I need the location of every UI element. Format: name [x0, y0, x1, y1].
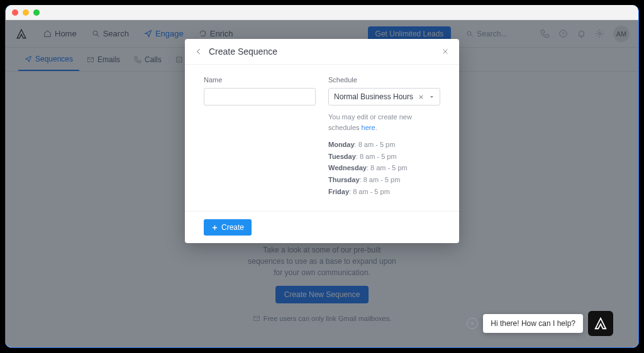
schedule-value: Normal Business Hours — [334, 92, 413, 101]
schedule-day-row: Monday: 8 am - 5 pm — [328, 139, 440, 151]
create-button-label: Create — [221, 223, 244, 232]
schedule-day-row: Tuesday: 8 am - 5 pm — [328, 151, 440, 163]
chat-widget: Hi there! How can I help? — [467, 311, 613, 336]
create-button[interactable]: Create — [204, 219, 252, 236]
schedule-days: Monday: 8 am - 5 pm Tuesday: 8 am - 5 pm… — [328, 139, 440, 197]
close-icon[interactable] — [441, 48, 449, 55]
chat-bubble[interactable]: Hi there! How can I help? — [483, 314, 583, 333]
schedule-column: Schedule Normal Business Hours You may e… — [328, 76, 440, 197]
day-name: Friday — [328, 188, 349, 195]
plus-icon — [211, 224, 218, 231]
name-input[interactable] — [204, 88, 316, 106]
clear-icon[interactable] — [418, 94, 424, 100]
schedule-hint: You may edit or create new schedules her… — [328, 112, 440, 133]
back-icon[interactable] — [195, 48, 203, 55]
create-sequence-modal: Create Sequence Name Schedule Normal Bus… — [185, 39, 459, 243]
modal-body: Name Schedule Normal Business Hours You … — [185, 65, 459, 211]
chevron-down-icon[interactable] — [429, 94, 435, 100]
day-hours: : 8 am - 5 pm — [360, 176, 401, 183]
modal-title: Create Sequence — [209, 46, 277, 57]
schedule-day-row: Friday: 8 am - 5 pm — [328, 186, 440, 198]
app-body: Home Search Engage Enrich Get Unlimited … — [6, 20, 638, 347]
mac-titlebar — [6, 5, 638, 20]
day-name: Tuesday — [328, 153, 356, 160]
chat-launcher-icon[interactable] — [588, 311, 613, 336]
app-window: Home Search Engage Enrich Get Unlimited … — [5, 5, 639, 348]
chat-close-icon[interactable] — [467, 318, 478, 329]
modal-footer: Create — [185, 211, 459, 243]
maximize-dot-icon[interactable] — [33, 9, 40, 16]
day-hours: : 8 am - 5 pm — [367, 164, 408, 171]
minimize-dot-icon[interactable] — [23, 9, 29, 16]
schedule-day-row: Thursday: 8 am - 5 pm — [328, 174, 440, 186]
day-hours: : 8 am - 5 pm — [349, 188, 390, 195]
schedule-label: Schedule — [328, 76, 440, 84]
day-hours: : 8 am - 5 pm — [356, 153, 397, 160]
name-column: Name — [204, 76, 316, 197]
schedule-select[interactable]: Normal Business Hours — [328, 88, 440, 106]
day-name: Monday — [328, 141, 355, 148]
day-name: Wednesday — [328, 164, 367, 171]
schedule-hint-dot: . — [375, 124, 377, 131]
close-dot-icon[interactable] — [12, 9, 18, 16]
name-label: Name — [204, 76, 316, 84]
day-name: Thursday — [328, 176, 360, 183]
modal-header: Create Sequence — [185, 39, 459, 65]
schedule-day-row: Wednesday: 8 am - 5 pm — [328, 162, 440, 174]
day-hours: : 8 am - 5 pm — [355, 141, 396, 148]
schedule-hint-link[interactable]: here — [362, 124, 375, 131]
